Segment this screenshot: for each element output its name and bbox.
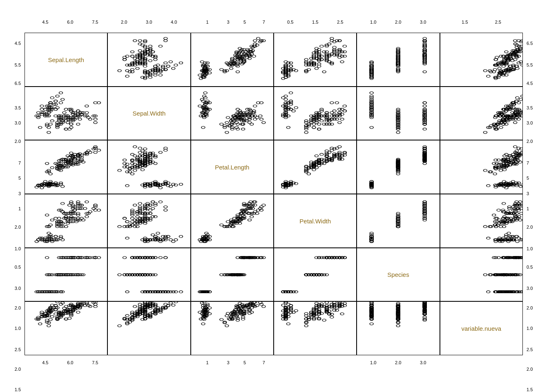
svg-text:6.0: 6.0 xyxy=(67,20,73,24)
cell-0-2 xyxy=(191,33,274,87)
svg-point-2452 xyxy=(69,203,73,205)
svg-point-834 xyxy=(59,101,63,104)
svg-point-848 xyxy=(50,96,54,99)
svg-point-1834 xyxy=(133,146,137,148)
svg-point-1149 xyxy=(284,95,288,97)
svg-text:7.5: 7.5 xyxy=(92,20,98,24)
svg-point-72 xyxy=(154,74,157,76)
top-axis-col-0: 4.56.07.5 xyxy=(25,16,107,33)
svg-point-822 xyxy=(40,108,44,111)
svg-point-2610 xyxy=(151,201,155,203)
svg-point-2959 xyxy=(507,232,511,234)
svg-text:1: 1 xyxy=(527,206,529,211)
svg-point-488 xyxy=(330,40,334,42)
svg-point-2463 xyxy=(73,209,76,212)
svg-point-1738 xyxy=(159,187,163,189)
svg-point-3358 xyxy=(136,256,139,259)
svg-text:2.0: 2.0 xyxy=(527,139,533,144)
svg-point-906 xyxy=(56,121,59,124)
svg-point-2526 xyxy=(118,225,121,228)
svg-text:3.0: 3.0 xyxy=(146,20,152,24)
svg-point-1838 xyxy=(138,147,142,149)
svg-point-208 xyxy=(136,60,139,63)
svg-text:5: 5 xyxy=(243,20,246,24)
svg-text:1.0: 1.0 xyxy=(15,326,21,331)
svg-text:5.5: 5.5 xyxy=(15,62,21,67)
svg-text:0.5: 0.5 xyxy=(287,20,293,24)
svg-text:2.5: 2.5 xyxy=(15,347,21,352)
svg-point-2460 xyxy=(76,201,80,203)
diagonal-label-4: Species xyxy=(387,271,409,278)
cell-1-5 xyxy=(440,87,523,140)
cell-2-3 xyxy=(274,140,357,194)
bottom-axis-col-0: 4.56.07.5 xyxy=(25,355,107,372)
svg-point-774 xyxy=(504,51,508,53)
svg-text:1.5: 1.5 xyxy=(15,387,21,392)
left-axis-row-4: 1.02.03.0 xyxy=(2,278,25,339)
svg-point-2510 xyxy=(164,235,167,238)
svg-point-3848 xyxy=(50,304,54,307)
svg-point-3264 xyxy=(161,291,165,293)
cell-5-0 xyxy=(25,301,107,355)
svg-point-2745 xyxy=(250,216,253,218)
svg-point-2188 xyxy=(504,187,508,189)
svg-point-2815 xyxy=(370,238,374,241)
svg-point-510 xyxy=(343,51,346,53)
svg-point-1397 xyxy=(423,101,427,104)
svg-point-3914 xyxy=(49,318,52,321)
scatter-0-3 xyxy=(274,33,356,86)
svg-point-852 xyxy=(56,107,59,109)
svg-point-1030 xyxy=(226,116,230,119)
svg-point-909 xyxy=(47,126,51,129)
svg-text:0.5: 0.5 xyxy=(15,265,21,270)
svg-point-99 xyxy=(174,64,178,67)
svg-point-188 xyxy=(138,40,142,42)
svg-point-925 xyxy=(85,105,89,107)
svg-point-1164 xyxy=(284,103,288,105)
svg-point-2361 xyxy=(44,237,47,239)
svg-point-107 xyxy=(125,75,129,78)
svg-point-3041 xyxy=(519,212,522,215)
svg-point-1245 xyxy=(320,115,324,117)
svg-point-2511 xyxy=(143,237,147,239)
svg-point-151 xyxy=(154,58,157,61)
svg-point-875 xyxy=(50,120,54,122)
diagonal-label-1: Sepal.Width xyxy=(133,110,166,117)
svg-point-1161 xyxy=(286,115,290,117)
svg-point-2207 xyxy=(487,185,490,187)
svg-point-495 xyxy=(320,45,324,47)
svg-point-4084 xyxy=(133,305,137,308)
svg-point-876 xyxy=(47,131,51,134)
scatter-2-0 xyxy=(25,140,107,194)
svg-point-2957 xyxy=(487,237,490,239)
svg-point-88 xyxy=(159,74,163,76)
scatter-3-4 xyxy=(357,194,439,247)
svg-point-416 xyxy=(315,47,318,50)
svg-point-725 xyxy=(498,67,501,70)
svg-point-452 xyxy=(317,51,321,53)
svg-point-4234 xyxy=(262,305,266,308)
svg-point-322 xyxy=(236,71,239,73)
cell-1-4 xyxy=(357,87,440,140)
svg-text:3.5: 3.5 xyxy=(527,105,533,110)
svg-point-90 xyxy=(154,72,157,74)
svg-point-1359 xyxy=(397,126,400,129)
svg-point-136 xyxy=(149,60,152,62)
svg-point-196 xyxy=(138,43,142,45)
svg-point-1299 xyxy=(370,95,374,97)
svg-text:1: 1 xyxy=(206,20,208,24)
svg-point-134 xyxy=(123,56,127,59)
cell-3-5 xyxy=(440,194,523,248)
svg-point-3029 xyxy=(497,209,500,212)
svg-text:3.5: 3.5 xyxy=(15,105,21,110)
svg-point-2595 xyxy=(143,216,147,218)
svg-point-1814 xyxy=(131,173,134,175)
svg-text:6.0: 6.0 xyxy=(67,360,73,365)
svg-point-3048 xyxy=(507,206,511,208)
svg-point-2000 xyxy=(315,155,318,157)
svg-point-142 xyxy=(138,49,142,52)
svg-point-4391 xyxy=(325,302,328,304)
cell-5-4 xyxy=(357,301,440,355)
svg-point-1160 xyxy=(289,101,293,104)
scatter-4-5 xyxy=(440,248,522,301)
